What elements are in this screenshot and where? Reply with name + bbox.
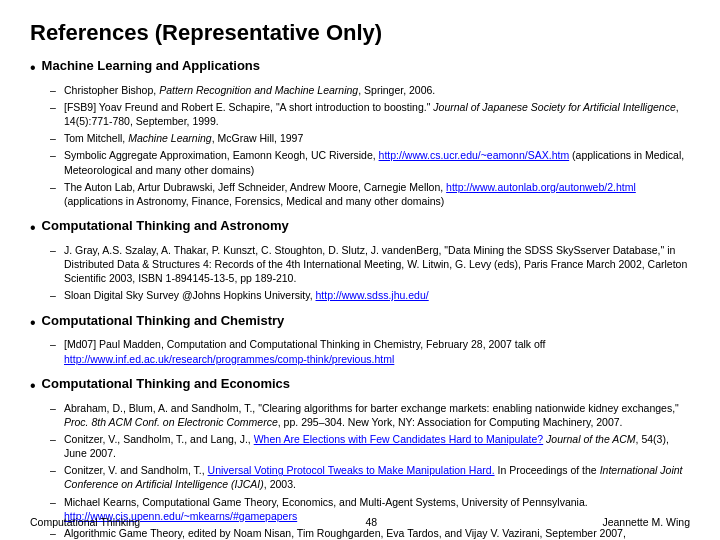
section-chemistry: • Computational Thinking and Chemistry […	[30, 313, 690, 366]
list-item: Conitzer, V., Sandholm, T., and Lang, J.…	[50, 432, 690, 460]
sdss-link[interactable]: http://www.sdss.jhu.edu/	[315, 289, 428, 301]
footer-center: 48	[365, 516, 377, 528]
bullet-chemistry: •	[30, 313, 36, 334]
refs-chemistry: [Md07] Paul Madden, Computation and Comp…	[50, 337, 690, 365]
list-item: Algorithmic Game Theory, edited by Noam …	[50, 526, 690, 540]
voting-link[interactable]: Universal Voting Protocol Tweaks to Make…	[208, 464, 495, 476]
sax-link[interactable]: http://www.cs.ucr.edu/~eamonn/SAX.htm	[379, 149, 570, 161]
list-item: [FSB9] Yoav Freund and Robert E. Schapir…	[50, 100, 690, 128]
section-title-ml: Machine Learning and Applications	[42, 58, 260, 75]
auton-link[interactable]: http://www.autonlab.org/autonweb/2.html	[446, 181, 636, 193]
section-astronomy: • Computational Thinking and Astronomy J…	[30, 218, 690, 302]
section-title-chemistry: Computational Thinking and Chemistry	[42, 313, 285, 330]
list-item: The Auton Lab, Artur Dubrawski, Jeff Sch…	[50, 180, 690, 208]
page-title: References (Representative Only)	[30, 20, 690, 46]
refs-ml: Christopher Bishop, Pattern Recognition …	[50, 83, 690, 208]
bullet-astronomy: •	[30, 218, 36, 239]
list-item: Symbolic Aggregate Approximation, Eamonn…	[50, 148, 690, 176]
chemistry-link[interactable]: http://www.inf.ed.ac.uk/research/program…	[64, 353, 394, 365]
list-item: Conitzer, V. and Sandholm, T., Universal…	[50, 463, 690, 491]
list-item: [Md07] Paul Madden, Computation and Comp…	[50, 337, 690, 365]
footer-left: Computational Thinking	[30, 516, 140, 528]
sections-container: • Machine Learning and Applications Chri…	[30, 58, 690, 540]
elections-link[interactable]: When Are Elections with Few Candidates H…	[254, 433, 543, 445]
bullet-ml: •	[30, 58, 36, 79]
list-item: Abraham, D., Blum, A. and Sandholm, T., …	[50, 401, 690, 429]
section-title-astronomy: Computational Thinking and Astronomy	[42, 218, 289, 235]
section-title-economics: Computational Thinking and Economics	[42, 376, 290, 393]
list-item: Sloan Digital Sky Survey @Johns Hopkins …	[50, 288, 690, 302]
refs-astronomy: J. Gray, A.S. Szalay, A. Thakar, P. Kuns…	[50, 243, 690, 303]
list-item: Tom Mitchell, Machine Learning, McGraw H…	[50, 131, 690, 145]
footer-right: Jeannette M. Wing	[602, 516, 690, 528]
footer: Computational Thinking 48 Jeannette M. W…	[0, 516, 720, 528]
list-item: J. Gray, A.S. Szalay, A. Thakar, P. Kuns…	[50, 243, 690, 286]
section-ml: • Machine Learning and Applications Chri…	[30, 58, 690, 208]
bullet-economics: •	[30, 376, 36, 397]
list-item: Christopher Bishop, Pattern Recognition …	[50, 83, 690, 97]
